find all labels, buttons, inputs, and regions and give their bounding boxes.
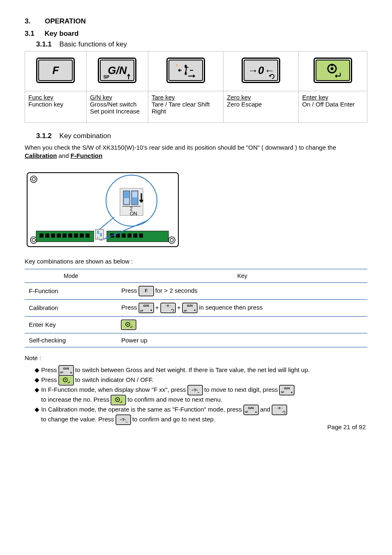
- svg-point-9: [32, 238, 35, 242]
- arrow-up-icon: [126, 74, 131, 79]
- cell-key-gn: G/N SP: [86, 51, 148, 91]
- svg-point-3: [331, 67, 334, 70]
- note-1: ◆ Press G/NSP to switch between Gross an…: [35, 365, 367, 375]
- tare-key-icon: T: [116, 415, 131, 425]
- svg-text:T: T: [194, 388, 196, 392]
- subsubsection-number-2: 3.1.2: [36, 132, 52, 140]
- escape-icon: [269, 74, 275, 79]
- svg-point-44: [127, 324, 129, 325]
- combo-r2-label: Calibration: [25, 299, 117, 316]
- cell-key-tare: 0→ T: [148, 51, 223, 91]
- svg-rect-19: [68, 234, 72, 238]
- gn-key-icon: G/NSP: [59, 365, 74, 375]
- combo-postfig: Key combinations are shown as below :: [25, 257, 367, 266]
- enter-key-icon: [111, 395, 126, 405]
- svg-rect-39: [124, 198, 129, 204]
- svg-rect-26: [127, 234, 131, 238]
- section-number: 3.: [25, 17, 30, 25]
- cell-key-zero: →0←: [224, 51, 299, 91]
- power-enter-icon: [324, 63, 342, 78]
- svg-point-46: [65, 379, 66, 381]
- gn-key-icon: G/NSP: [182, 303, 197, 313]
- cell-desc-tare: Tare key Tare / Tare clear Shift Right: [148, 91, 223, 123]
- key-combination-table: Mode Key F-Function Press F for > 2 seco…: [25, 269, 367, 347]
- zero-key-icon: →0←: [272, 405, 287, 415]
- svg-point-49: [117, 399, 118, 400]
- subsubsection-title-2: Key combination: [60, 132, 111, 140]
- svg-rect-22: [85, 234, 90, 238]
- svg-text:0→: 0→: [176, 63, 181, 67]
- section-heading-4: 3.1.2 Key combination: [36, 132, 367, 140]
- svg-rect-18: [62, 234, 67, 238]
- svg-rect-27: [133, 234, 137, 238]
- section-title: OPERATION: [45, 17, 86, 25]
- svg-text:T: T: [122, 418, 125, 422]
- note-4: ◆ In Calibration mode, the operate is th…: [35, 405, 367, 415]
- cell-desc-f: Func key Function key: [25, 91, 87, 123]
- tare-key-graphic: 0→ T: [166, 58, 205, 83]
- svg-rect-29: [95, 229, 104, 239]
- svg-rect-20: [74, 234, 78, 238]
- gn-key-icon: G/NSP: [139, 303, 154, 313]
- combo-header-mode: Mode: [25, 269, 117, 282]
- gn-key-icon: G/NSP: [244, 405, 258, 415]
- svg-text:2: 2: [97, 236, 98, 239]
- svg-rect-41: [132, 192, 137, 197]
- cell-desc-gn: G/N key Gross/Net switch Set point Incre…: [86, 91, 148, 123]
- svg-rect-16: [51, 234, 55, 238]
- section-heading-1: 3. OPERATION: [25, 17, 367, 25]
- cell-key-enter: [299, 51, 367, 91]
- cell-key-f: F: [25, 51, 87, 91]
- combo-r3-label: Enter Key: [25, 316, 117, 333]
- combo-r1-label: F-Function: [25, 282, 117, 299]
- combo-r4-value: Power up: [117, 333, 367, 347]
- notes-title: Note :: [25, 354, 367, 362]
- device-rear-figure: 2 ON 2 ON: [25, 168, 367, 252]
- svg-rect-15: [45, 234, 49, 238]
- svg-text:ON: ON: [99, 239, 103, 241]
- svg-rect-25: [122, 234, 126, 238]
- subsection-title: Key board: [44, 30, 78, 37]
- svg-rect-17: [57, 234, 61, 238]
- enter-key-graphic: [314, 58, 352, 83]
- note-2: ◆ Press to switch indicator ON / OFF.: [35, 375, 367, 385]
- note-3b: to increase the no. Press to confirm and…: [41, 395, 367, 405]
- tare-icon: 0→ T: [173, 62, 198, 79]
- enter-key-icon: [59, 375, 74, 385]
- combo-header-key: Key: [117, 269, 367, 282]
- svg-rect-14: [39, 234, 44, 238]
- combo-r2-value: Press G/NSP + →0← + G/NSP in sequence th…: [117, 299, 367, 316]
- cell-desc-zero: Zero key Zero Escape: [224, 91, 299, 123]
- svg-rect-28: [139, 234, 143, 238]
- svg-point-7: [32, 178, 35, 181]
- cell-desc-enter: Enter key On / Off Data Enter: [299, 91, 367, 123]
- note-4b: to change the value. Press T to confirm …: [41, 415, 367, 425]
- subsubsection-title: Basic functions of key: [60, 40, 127, 48]
- dip-label-on: ON: [130, 211, 137, 217]
- combo-r4-label: Self-checking: [25, 333, 117, 347]
- subsubsection-number: 3.1.1: [36, 40, 52, 48]
- svg-text:T: T: [184, 66, 189, 73]
- gn-key-graphic: G/N SP: [98, 58, 136, 83]
- subsection-number: 3.1: [25, 30, 35, 37]
- combo-intro: When you check the S/W of XK3150(W)-10's…: [25, 143, 367, 160]
- note-3: ◆ In F-Function mode, when display show …: [35, 385, 367, 395]
- tare-key-icon: T: [188, 385, 203, 395]
- enter-key-icon: [121, 320, 136, 330]
- svg-rect-31: [100, 233, 102, 236]
- section-heading-2: 3.1 Key board: [25, 30, 367, 38]
- svg-rect-21: [80, 234, 84, 238]
- zero-key-icon: →0←: [161, 303, 175, 313]
- f-key-icon: F: [139, 286, 154, 296]
- page-footer: Page 21 of 92: [327, 423, 366, 430]
- key-function-table: F G/N SP 0→: [25, 51, 367, 123]
- combo-r1-value: Press F for > 2 seconds: [117, 282, 367, 299]
- gn-key-icon: G/NSP: [279, 385, 294, 395]
- combo-r3-value: [117, 316, 367, 333]
- zero-key-graphic: →0←: [242, 58, 280, 83]
- section-heading-3: 3.1.1 Basic functions of key: [36, 40, 367, 49]
- func-key-graphic: F: [36, 58, 75, 83]
- svg-rect-30: [97, 231, 99, 234]
- svg-point-11: [170, 238, 173, 242]
